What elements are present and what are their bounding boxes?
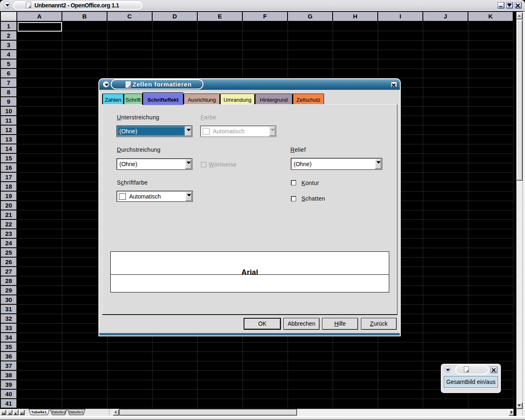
svg-text:Tabelle3: Tabelle3	[69, 410, 83, 414]
svg-text:Tabelle2: Tabelle2	[52, 410, 66, 414]
svg-text:Tabelle1: Tabelle1	[31, 410, 47, 414]
